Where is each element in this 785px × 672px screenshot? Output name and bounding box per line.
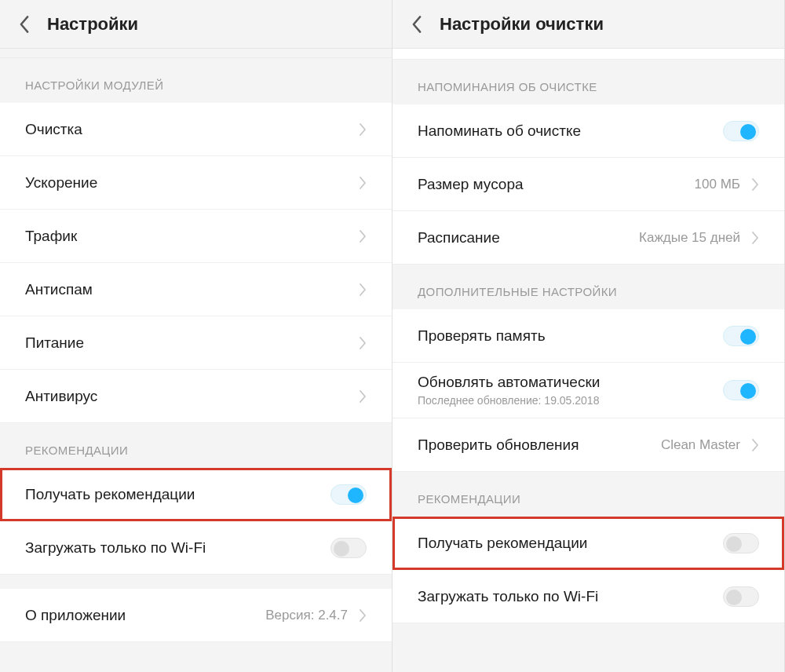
row-schedule[interactable]: Расписание Каждые 15 дней [392, 211, 784, 265]
row-check-memory[interactable]: Проверять память [392, 309, 784, 363]
row-label: Проверять память [418, 327, 723, 345]
row-trash-size[interactable]: Размер мусора 100 МБ [392, 158, 784, 211]
row-text: Обновлять автоматически Последнее обновл… [418, 363, 723, 418]
row-traffic[interactable]: Трафик [0, 210, 392, 263]
toggle-wifi-only[interactable] [330, 538, 367, 558]
row-sublabel: Последнее обновление: 19.05.2018 [418, 394, 723, 407]
row-label: Загружать только по Wi-Fi [25, 539, 330, 557]
toggle-check-memory[interactable] [723, 326, 759, 346]
chevron-right-icon [359, 230, 367, 243]
row-label: Трафик [25, 228, 359, 245]
toggle-knob [726, 590, 742, 605]
row-auto-update[interactable]: Обновлять автоматически Последнее обновл… [392, 363, 784, 418]
row-label: Антиспам [25, 281, 359, 298]
row-antispam[interactable]: Антиспам [0, 263, 392, 316]
row-label: Загружать только по Wi-Fi [418, 588, 723, 605]
row-label: Получать рекомендации [418, 535, 723, 552]
header: Настройки очистки [392, 0, 784, 49]
row-power[interactable]: Питание [0, 316, 392, 370]
spacer [0, 575, 392, 589]
row-boost[interactable]: Ускорение [0, 156, 392, 210]
toggle-remind[interactable] [723, 121, 759, 141]
toggle-knob [740, 329, 756, 345]
row-check-updates[interactable]: Проверить обновления Clean Master [392, 418, 784, 472]
row-label: Напоминать об очистке [418, 122, 723, 140]
row-label: Получать рекомендации [25, 486, 330, 503]
chevron-right-icon [359, 177, 367, 189]
chevron-right-icon [359, 283, 367, 296]
settings-screen: Настройки НАСТРОЙКИ МОДУЛЕЙ Очистка Уско… [0, 0, 392, 672]
row-value: Каждые 15 дней [639, 230, 740, 246]
content: НАПОМИНАНИЯ ОБ ОЧИСТКЕ Напоминать об очи… [392, 49, 784, 672]
row-remind-cleanup[interactable]: Напоминать об очистке [392, 104, 784, 158]
page-title: Настройки очистки [440, 14, 604, 35]
toggle-auto-update[interactable] [723, 380, 759, 400]
row-wifi-only[interactable]: Загружать только по Wi-Fi [0, 521, 392, 575]
toggle-wifi-only[interactable] [723, 586, 759, 607]
chevron-right-icon [751, 439, 759, 451]
row-label: Ускорение [25, 174, 359, 192]
row-antivirus[interactable]: Антивирус [0, 370, 392, 423]
chevron-left-icon [19, 16, 30, 33]
row-label: Размер мусора [418, 176, 695, 193]
chevron-right-icon [359, 337, 367, 349]
row-label: Очистка [25, 121, 359, 138]
row-value: 100 МБ [695, 177, 740, 192]
chevron-right-icon [359, 390, 367, 403]
toggle-knob [334, 541, 349, 557]
toggle-knob [726, 536, 742, 552]
toggle-knob [348, 488, 363, 503]
row-wifi-only[interactable]: Загружать только по Wi-Fi [392, 570, 784, 623]
chevron-right-icon [751, 178, 759, 191]
back-button[interactable] [408, 16, 425, 33]
partial-row [392, 49, 784, 60]
toggle-knob [740, 383, 756, 399]
row-receive-recommendations[interactable]: Получать рекомендации [0, 468, 392, 521]
chevron-right-icon [359, 609, 367, 622]
chevron-left-icon [411, 16, 422, 33]
row-value: Версия: 2.4.7 [265, 608, 348, 623]
chevron-right-icon [751, 232, 759, 244]
page-title: Настройки [47, 14, 138, 35]
spacer [0, 49, 392, 58]
header: Настройки [0, 0, 392, 49]
cleanup-settings-screen: Настройки очистки НАПОМИНАНИЯ ОБ ОЧИСТКЕ… [392, 0, 785, 672]
row-label: Расписание [418, 229, 639, 247]
toggle-knob [740, 124, 756, 140]
back-button[interactable] [16, 16, 33, 33]
row-label: Проверить обновления [418, 436, 661, 454]
row-label: О приложении [25, 607, 265, 624]
chevron-right-icon [359, 123, 367, 136]
toggle-recommendations[interactable] [330, 484, 367, 505]
row-label: Обновлять автоматически [418, 374, 723, 391]
content: НАСТРОЙКИ МОДУЛЕЙ Очистка Ускорение Траф… [0, 49, 392, 672]
section-reminders-header: НАПОМИНАНИЯ ОБ ОЧИСТКЕ [392, 60, 784, 104]
toggle-recommendations[interactable] [723, 533, 759, 553]
row-label: Антивирус [25, 388, 359, 405]
row-about[interactable]: О приложении Версия: 2.4.7 [0, 589, 392, 642]
row-cleanup[interactable]: Очистка [0, 103, 392, 156]
row-label: Питание [25, 334, 359, 352]
row-value: Clean Master [661, 437, 740, 453]
row-receive-recommendations[interactable]: Получать рекомендации [392, 517, 784, 570]
section-additional-header: ДОПОЛНИТЕЛЬНЫЕ НАСТРОЙКИ [392, 265, 784, 309]
section-recommendations-header: РЕКОМЕНДАЦИИ [392, 472, 784, 517]
section-recommendations-header: РЕКОМЕНДАЦИИ [0, 423, 392, 468]
section-modules-header: НАСТРОЙКИ МОДУЛЕЙ [0, 58, 392, 103]
